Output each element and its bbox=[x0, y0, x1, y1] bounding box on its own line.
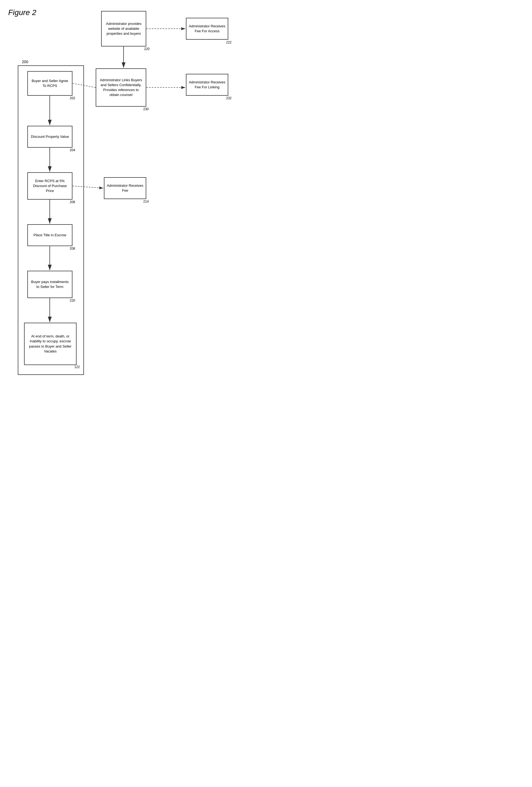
label-202: 202 bbox=[70, 96, 75, 100]
admin-fee-access-box: Administrator Receives Fee For Access bbox=[186, 18, 228, 40]
page: Figure 2 bbox=[0, 0, 266, 394]
place-title-box: Place Title in Escrow bbox=[27, 224, 72, 246]
buyer-seller-agree-box: Buyer and Seller Agree To RCPS bbox=[27, 71, 72, 96]
end-of-term-box: At end of term, death, or inability to o… bbox=[24, 323, 77, 365]
admin-fee-linking-box: Administrator Receives Fee For Linking bbox=[186, 74, 228, 96]
label-208: 208 bbox=[70, 247, 75, 251]
label-232: 232 bbox=[226, 96, 232, 100]
figure-label: Figure 2 bbox=[8, 8, 36, 17]
label-214: 214 bbox=[143, 199, 149, 204]
label-206: 206 bbox=[70, 200, 75, 204]
buyer-pays-box: Buyer pays installments to Seller for Te… bbox=[27, 271, 72, 298]
label-220b: 220 bbox=[70, 299, 75, 302]
enter-rcps-box: Enter RCPS at 5% Discount of Purchase Pr… bbox=[27, 172, 72, 199]
svg-line-6 bbox=[73, 83, 96, 87]
admin-website-box: Administrator provides website of availa… bbox=[101, 11, 146, 46]
svg-line-9 bbox=[72, 186, 103, 188]
label-204: 204 bbox=[70, 148, 75, 152]
label-200: 200 bbox=[22, 60, 28, 64]
label-220: 220 bbox=[144, 47, 150, 51]
label-230: 230 bbox=[143, 107, 149, 111]
admin-fee-box: Administrator Receives Fee bbox=[104, 177, 146, 199]
label-222: 222 bbox=[226, 41, 232, 44]
label-122: 122 bbox=[75, 365, 80, 369]
discount-property-box: Discount Property Value bbox=[27, 126, 72, 148]
admin-links-box: Administrator Links Buyers and Sellers C… bbox=[96, 68, 146, 107]
